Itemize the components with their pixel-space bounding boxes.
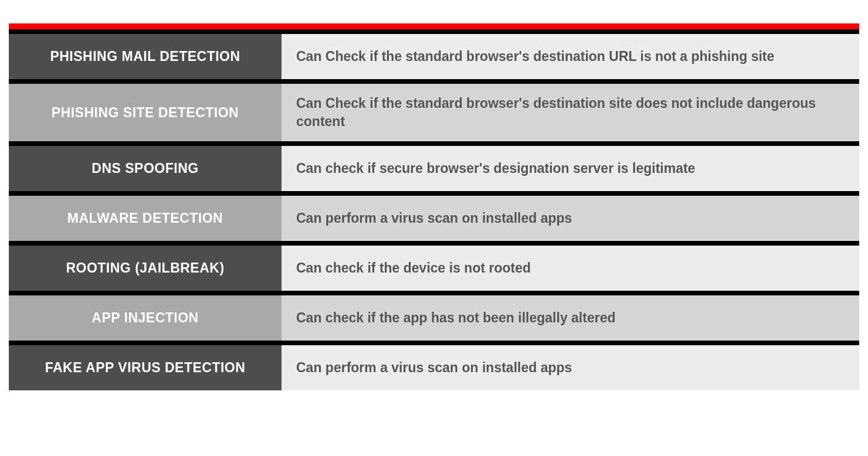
table-row: PHISHING MAIL DETECTION Can Check if the… [9,29,859,79]
feature-description: Can check if the app has not been illega… [282,295,859,341]
table-row: ROOTING (JAILBREAK) Can check if the dev… [9,241,859,291]
feature-label: PHISHING MAIL DETECTION [9,34,282,79]
table-row: PHISHING SITE DETECTION Can Check if the… [9,79,859,141]
feature-description: Can check if the device is not rooted [282,246,859,291]
feature-label: APP INJECTION [9,295,282,341]
feature-description: Can perform a virus scan on installed ap… [282,196,859,241]
feature-label: MALWARE DETECTION [9,196,282,241]
table-row: FAKE APP VIRUS DETECTION Can perform a v… [9,341,859,390]
feature-label: FAKE APP VIRUS DETECTION [9,345,282,390]
feature-description: Can perform a virus scan on installed ap… [282,345,859,390]
feature-description: Can Check if the standard browser's dest… [282,34,859,79]
feature-label: DNS SPOOFING [9,146,282,191]
table-row: APP INJECTION Can check if the app has n… [9,291,859,341]
feature-description: Can Check if the standard browser's dest… [282,84,859,141]
feature-label: PHISHING SITE DETECTION [9,84,282,141]
table-row: MALWARE DETECTION Can perform a virus sc… [9,191,859,241]
feature-label: ROOTING (JAILBREAK) [9,246,282,291]
table-row: DNS SPOOFING Can check if secure browser… [9,141,859,191]
top-accent-bar [9,23,859,29]
feature-description: Can check if secure browser's designatio… [282,146,859,191]
feature-table: PHISHING MAIL DETECTION Can Check if the… [0,0,868,390]
